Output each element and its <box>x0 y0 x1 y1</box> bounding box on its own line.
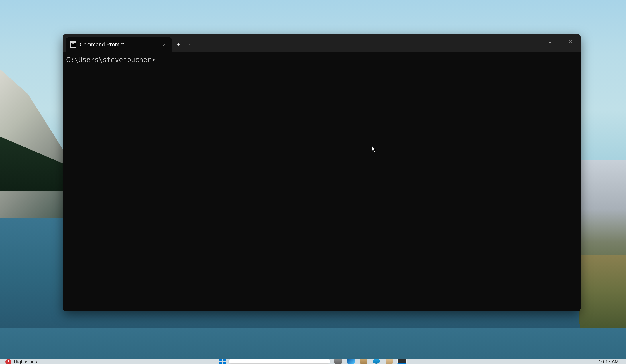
weather-text: High winds <box>14 359 37 364</box>
edge-icon <box>347 359 354 364</box>
tab-close-button[interactable] <box>161 41 167 48</box>
store-icon <box>386 359 393 364</box>
taskbar-app-edge[interactable] <box>346 359 356 364</box>
taskbar-app-terminal[interactable] <box>397 359 407 364</box>
svg-rect-5 <box>549 40 551 42</box>
browser-icon <box>373 359 380 364</box>
close-window-button[interactable] <box>560 34 581 48</box>
taskbar-app-files[interactable] <box>358 359 369 364</box>
minimize-icon <box>527 39 532 43</box>
terminal-window: Command Prompt <box>63 34 581 311</box>
file-explorer-icon <box>360 359 367 364</box>
titlebar[interactable]: Command Prompt <box>63 34 581 52</box>
taskbar-app-browser[interactable] <box>371 359 382 364</box>
task-view-button[interactable] <box>333 359 343 364</box>
titlebar-drag-area[interactable] <box>196 34 519 52</box>
maximize-icon <box>548 39 552 43</box>
maximize-button[interactable] <box>540 34 560 48</box>
taskbar-clock[interactable]: 10:17 AM <box>599 359 619 364</box>
windows-logo-icon <box>219 359 226 364</box>
minimize-button[interactable] <box>519 34 540 48</box>
tab-title: Command Prompt <box>80 41 157 48</box>
new-tab-button[interactable] <box>172 37 185 52</box>
weather-alert-icon: ! <box>5 359 11 364</box>
terminal-icon <box>398 359 406 364</box>
start-button[interactable] <box>219 359 226 364</box>
close-icon <box>162 43 166 47</box>
tab-dropdown-button[interactable] <box>185 37 196 52</box>
command-prompt-line: C:\Users\stevenbucher> <box>66 55 577 65</box>
plus-icon <box>176 42 181 47</box>
terminal-content-area[interactable]: C:\Users\stevenbucher> <box>63 52 581 311</box>
close-icon <box>568 39 573 43</box>
cmd-icon <box>70 41 76 48</box>
taskbar-search[interactable] <box>229 359 330 364</box>
chevron-down-icon <box>188 43 192 47</box>
task-view-icon <box>335 359 342 364</box>
taskbar[interactable]: ! High winds 10:17 AM <box>0 359 626 364</box>
taskbar-app-store[interactable] <box>384 359 394 364</box>
taskbar-widgets[interactable]: ! High winds <box>5 359 37 364</box>
taskbar-center <box>219 359 407 364</box>
tab-strip: Command Prompt <box>63 34 172 52</box>
tab-command-prompt[interactable]: Command Prompt <box>66 37 172 52</box>
titlebar-actions <box>172 34 196 52</box>
window-controls <box>519 34 581 48</box>
system-tray[interactable]: 10:17 AM <box>599 359 619 364</box>
wallpaper-grass-right <box>581 255 626 328</box>
